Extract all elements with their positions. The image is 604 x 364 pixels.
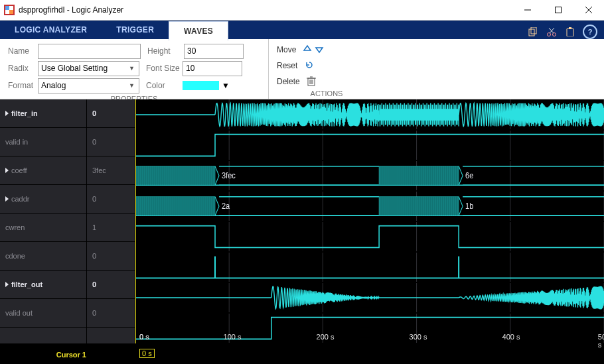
move-down-button[interactable] bbox=[315, 44, 324, 56]
signal-value-filter_out: 0 bbox=[87, 271, 135, 299]
signal-name-valid-out[interactable]: valid out bbox=[0, 299, 86, 328]
label-delete: Delete bbox=[277, 77, 300, 86]
signal-name-coeff[interactable]: coeff bbox=[0, 156, 86, 185]
signal-value-coeff: 3fec bbox=[87, 156, 135, 185]
cursor-value-box[interactable]: 0 s bbox=[139, 349, 155, 358]
svg-line-12 bbox=[550, 28, 554, 33]
signal-value-caddr: 0 bbox=[87, 185, 135, 213]
signal-value-valid-out: 0 bbox=[87, 299, 135, 328]
label-fontsize: Font Size bbox=[146, 64, 183, 73]
tab-waves[interactable]: WAVES bbox=[169, 21, 228, 40]
cut-icon[interactable] bbox=[546, 26, 558, 38]
label-height: Height bbox=[147, 46, 184, 56]
svg-rect-8 bbox=[529, 29, 534, 36]
time-tick-4: 400 s bbox=[502, 333, 520, 341]
waveform-area: filter_invalid incoeffcaddrcwrencdonefil… bbox=[0, 99, 604, 343]
reset-icon bbox=[304, 60, 315, 72]
color-swatch bbox=[183, 81, 219, 90]
time-tick-2: 200 s bbox=[317, 333, 335, 341]
chevron-down-icon: ▼ bbox=[222, 81, 230, 90]
time-tick-1: 100 s bbox=[224, 333, 242, 341]
name-input[interactable] bbox=[38, 44, 141, 59]
tab-trigger[interactable]: TRIGGER bbox=[102, 21, 169, 39]
help-icon[interactable]: ? bbox=[583, 25, 597, 39]
caret-right-icon bbox=[5, 282, 9, 287]
radix-value: Use Global Setting bbox=[41, 64, 108, 73]
svg-text:6e: 6e bbox=[465, 172, 473, 180]
delete-button[interactable]: Delete bbox=[277, 74, 376, 90]
label-format: Format bbox=[8, 81, 38, 90]
toolstrip-tabbar: LOGIC ANALYZER TRIGGER WAVES ? bbox=[0, 21, 604, 39]
reset-button[interactable]: Reset bbox=[277, 58, 376, 74]
signal-value-filter_in: 0 bbox=[87, 99, 135, 128]
time-tick-5: 500 s bbox=[598, 333, 604, 349]
window-title: dspprogfirhdl - Logic Analyzer bbox=[19, 5, 123, 15]
signal-names-column: filter_invalid incoeffcaddrcwrencdonefil… bbox=[0, 99, 87, 343]
svg-text:3fec: 3fec bbox=[222, 172, 236, 180]
radix-select[interactable]: Use Global Setting▼ bbox=[38, 61, 139, 76]
fontsize-input[interactable] bbox=[183, 61, 242, 76]
label-move: Move bbox=[277, 45, 296, 54]
group-title-actions: ACTIONS bbox=[277, 90, 376, 97]
tab-logic-analyzer[interactable]: LOGIC ANALYZER bbox=[0, 21, 102, 39]
window-minimize-button[interactable] bbox=[512, 0, 543, 20]
height-input[interactable] bbox=[184, 44, 244, 59]
signal-name-valid-in[interactable]: valid in bbox=[0, 128, 86, 156]
move-action: Move bbox=[277, 42, 376, 58]
ribbon-group-actions: Move Reset Delete ACTIONS bbox=[269, 39, 384, 99]
svg-rect-2 bbox=[5, 6, 9, 10]
time-tick-3: 300 s bbox=[410, 333, 427, 341]
chevron-down-icon: ▼ bbox=[126, 65, 137, 72]
paste-icon[interactable] bbox=[564, 26, 576, 38]
ribbon-group-properties: Name Height Radix Use Global Setting▼ Fo… bbox=[0, 39, 269, 99]
signal-name-filter_in[interactable]: filter_in bbox=[0, 99, 86, 128]
svg-text:1b: 1b bbox=[465, 202, 473, 211]
chevron-down-icon: ▼ bbox=[126, 82, 137, 89]
cursor-line[interactable] bbox=[135, 99, 136, 343]
window-close-button[interactable] bbox=[573, 0, 604, 20]
label-radix: Radix bbox=[8, 64, 38, 73]
window-titlebar: dspprogfirhdl - Logic Analyzer bbox=[0, 0, 604, 21]
svg-rect-9 bbox=[531, 27, 536, 34]
trash-icon bbox=[307, 76, 316, 88]
label-name: Name bbox=[8, 46, 38, 56]
timeline: Cursor 1 0 s 0 s 100 s200 s300 s400 s500… bbox=[0, 343, 604, 364]
waveform-plot[interactable]: 3fec6ed62a1bc bbox=[135, 99, 604, 343]
svg-rect-5 bbox=[556, 7, 562, 13]
caret-right-icon bbox=[5, 111, 9, 116]
signal-name-filter_out[interactable]: filter_out bbox=[0, 271, 86, 299]
color-select[interactable]: ▼ bbox=[183, 81, 230, 90]
label-reset: Reset bbox=[277, 61, 297, 70]
copy-icon[interactable] bbox=[527, 26, 539, 38]
signal-value-cwren: 1 bbox=[87, 213, 135, 242]
svg-point-10 bbox=[548, 33, 551, 36]
caret-right-icon bbox=[5, 168, 9, 173]
svg-rect-15 bbox=[569, 27, 571, 29]
window-maximize-button[interactable] bbox=[543, 0, 573, 20]
move-up-button[interactable] bbox=[303, 44, 312, 56]
svg-point-11 bbox=[553, 33, 556, 36]
signal-value-cdone: 0 bbox=[87, 242, 135, 271]
signal-name-cdone[interactable]: cdone bbox=[0, 242, 86, 271]
app-icon bbox=[4, 5, 15, 15]
svg-rect-3 bbox=[9, 10, 13, 14]
caret-right-icon bbox=[5, 196, 9, 202]
signal-name-cwren[interactable]: cwren bbox=[0, 213, 86, 242]
cursor-name[interactable]: Cursor 1 bbox=[0, 343, 92, 364]
svg-rect-14 bbox=[567, 29, 573, 36]
signal-name-caddr[interactable]: caddr bbox=[0, 185, 86, 213]
svg-line-13 bbox=[549, 28, 554, 33]
format-select[interactable]: Analog▼ bbox=[38, 78, 139, 93]
signal-value-valid-in: 0 bbox=[87, 128, 135, 156]
svg-text:2a: 2a bbox=[222, 202, 230, 211]
time-tick-0b: 0 s bbox=[139, 333, 149, 341]
format-value: Analog bbox=[41, 81, 66, 90]
signal-values-column: 003fec01000 bbox=[87, 99, 135, 343]
label-color: Color bbox=[146, 81, 183, 90]
ribbon: Name Height Radix Use Global Setting▼ Fo… bbox=[0, 39, 604, 99]
